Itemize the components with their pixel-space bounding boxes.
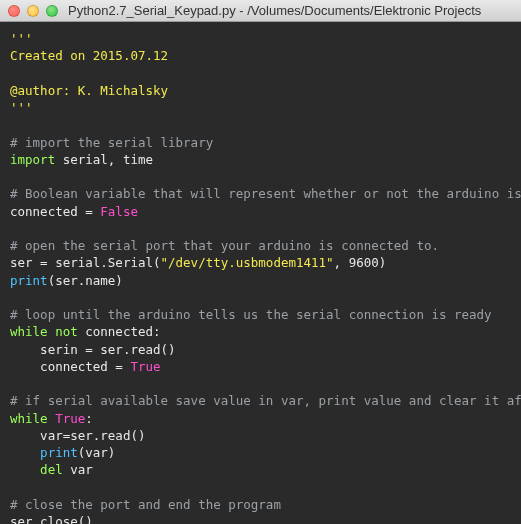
comment: # loop until the arduino tells us the se… [10,307,492,322]
comment: # open the serial port that your arduino… [10,238,439,253]
assign: connected = [10,204,100,219]
comment: # if serial available save value in var,… [10,393,521,408]
print-fn: print [40,445,78,460]
bool-true: True [130,359,160,374]
print-args: (ser.name) [48,273,123,288]
stmt: var=ser.read() [10,428,145,443]
window-title: Python2.7_Serial_Keypad.py - /Volumes/Do… [68,3,481,18]
indent [10,462,40,477]
keyword-while: while [10,411,55,426]
comment: # close the port and end the program [10,497,281,512]
close-icon[interactable] [8,5,20,17]
cond: connected: [78,324,161,339]
docstring-close: ''' [10,100,33,115]
docstring-open: ''' [10,31,33,46]
bool-true: True [55,411,85,426]
comment: # Boolean variable that will represent w… [10,186,521,201]
stmt: ser.close() [10,514,93,524]
print-fn: print [10,273,48,288]
del-target: var [63,462,93,477]
window-titlebar: Python2.7_Serial_Keypad.py - /Volumes/Do… [0,0,521,22]
keyword-del: del [40,462,63,477]
print-args: (var) [78,445,116,460]
colon: : [85,411,93,426]
call: ser = serial.Serial( [10,255,161,270]
minimize-icon[interactable] [27,5,39,17]
traffic-lights [8,5,58,17]
import-names: serial, time [55,152,153,167]
comment: # import the serial library [10,135,213,150]
zoom-icon[interactable] [46,5,58,17]
call-rest: , 9600) [334,255,387,270]
bool-false: False [100,204,138,219]
indent [10,445,40,460]
string-literal: "/dev/tty.usbmodem1411" [161,255,334,270]
assign: connected = [10,359,130,374]
stmt: serin = ser.read() [10,342,176,357]
keyword-import: import [10,152,55,167]
docstring-line: @author: K. Michalsky [10,83,168,98]
keyword-while-not: while not [10,324,78,339]
code-editor[interactable]: ''' Created on 2015.07.12 @author: K. Mi… [0,22,521,524]
docstring-line: Created on 2015.07.12 [10,48,168,63]
